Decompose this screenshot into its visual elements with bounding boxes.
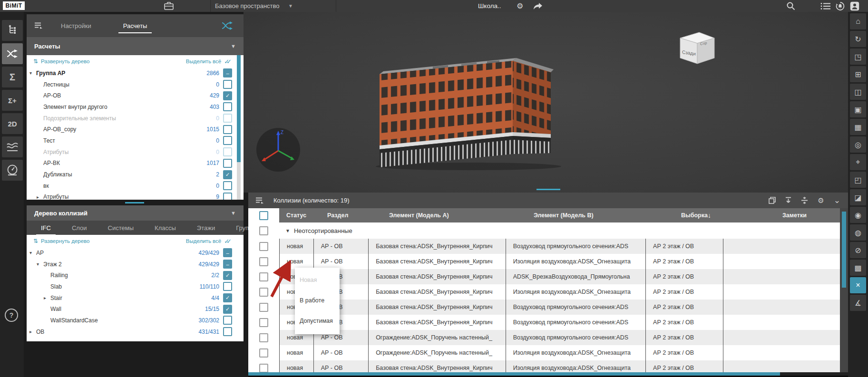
- collision-tree-title-bar[interactable]: Дерево коллизий ▼: [27, 205, 244, 221]
- app-logo[interactable]: BiMiT: [3, 1, 25, 10]
- tree-node-checkbox[interactable]: –: [223, 260, 232, 269]
- axis-gizmo[interactable]: Z: [255, 127, 301, 173]
- column-header-3[interactable]: Элемент (Модель А): [382, 208, 527, 222]
- notification-history-icon[interactable]: [835, 1, 845, 11]
- tree-row[interactable]: Тест0: [27, 135, 244, 146]
- selection-set-icon[interactable]: ◰: [850, 172, 866, 188]
- list-menu-icon[interactable]: [820, 1, 831, 11]
- 3d-viewport[interactable]: Сзади Спр Z: [244, 12, 848, 193]
- focus-icon[interactable]: ◎: [850, 136, 866, 153]
- tree-row[interactable]: вк0: [27, 180, 244, 192]
- collision-run-icon[interactable]: [222, 21, 234, 30]
- duplicate-icon[interactable]: [769, 197, 776, 204]
- tree-node-checkbox[interactable]: [223, 125, 232, 134]
- tab-расчеты[interactable]: Расчеты: [120, 22, 150, 29]
- tree-row[interactable]: ▸Атрибуты9: [27, 192, 244, 200]
- tree-node-checkbox[interactable]: [223, 316, 232, 325]
- tree-caret-icon[interactable]: ▸: [29, 329, 36, 334]
- tab-настройки[interactable]: Настройки: [58, 22, 94, 29]
- group-checkbox[interactable]: [248, 226, 279, 235]
- zoom-window-icon[interactable]: ◳: [850, 48, 866, 65]
- column-header-2[interactable]: Раздел: [320, 208, 382, 222]
- render-mode-icon[interactable]: ◍: [850, 224, 866, 241]
- tree-row[interactable]: ▸Stair4/4✓: [27, 292, 244, 304]
- hatch-view-icon[interactable]: ▩: [850, 260, 866, 276]
- tree-node-checkbox[interactable]: –: [223, 68, 232, 77]
- tree-row[interactable]: WallStandardCase302/302: [27, 315, 244, 326]
- charts-icon[interactable]: [2, 136, 23, 157]
- tree-row[interactable]: АР-ОВ_copy1015: [27, 124, 244, 135]
- expand-tree-button-2[interactable]: ⇅ Развернуть дерево: [33, 238, 90, 244]
- tree-row[interactable]: Элемент внутри другого403: [27, 101, 244, 113]
- group-caret-icon[interactable]: ▼: [285, 228, 290, 233]
- tree-row[interactable]: ▾Группа АР2866–: [27, 68, 244, 79]
- tree-node-checkbox[interactable]: ✓: [223, 271, 232, 280]
- building-model[interactable]: [371, 52, 566, 171]
- model-tree-icon[interactable]: [2, 20, 23, 41]
- tree-node-checkbox[interactable]: ✓: [223, 305, 232, 314]
- calc-tree-scrollbar[interactable]: [237, 55, 241, 200]
- row-checkbox[interactable]: [248, 360, 279, 372]
- expand-tree-button[interactable]: ⇅ Развернуть дерево: [33, 58, 90, 65]
- tree-node-checkbox[interactable]: –: [223, 248, 232, 257]
- group-row[interactable]: ▼ Неотсортированные: [248, 222, 840, 239]
- ctree-tab-классы[interactable]: Классы: [152, 224, 179, 232]
- panel-resize-handle[interactable]: [125, 202, 144, 203]
- collision-row[interactable]: новаяАР - ОВБазовая стена:ADSK_Внутрення…: [248, 239, 840, 254]
- column-header-5[interactable]: Выборка ↓: [674, 208, 759, 222]
- column-header-4[interactable]: Элемент (Модель В): [527, 208, 674, 222]
- column-header-1[interactable]: Статус: [279, 208, 320, 222]
- table-horizontal-scrollbar[interactable]: [248, 372, 848, 376]
- fit-rows-icon[interactable]: [801, 197, 808, 204]
- ctree-tab-системы[interactable]: Системы: [105, 224, 137, 232]
- tree-node-checkbox[interactable]: [223, 136, 232, 145]
- workspace-caret-icon[interactable]: ▼: [288, 0, 293, 12]
- row-checkbox[interactable]: [248, 315, 279, 330]
- measure-icon[interactable]: ∡: [850, 295, 866, 311]
- row-checkbox[interactable]: [248, 254, 279, 269]
- help-button[interactable]: ?: [5, 309, 18, 322]
- tree-row[interactable]: Slab110/110: [27, 281, 244, 292]
- sum-icon[interactable]: Σ: [2, 67, 23, 87]
- collision-check-icon[interactable]: [2, 43, 23, 64]
- panel-collapse-icon[interactable]: [34, 22, 44, 29]
- tree-row[interactable]: Подозрительные элементы0: [27, 113, 244, 124]
- tree-node-checkbox[interactable]: [223, 80, 232, 89]
- tree-caret-icon[interactable]: ▸: [37, 194, 43, 200]
- collision-row[interactable]: новаяАР - ОВБазовая стена:ADSK_Внутрення…: [248, 254, 840, 269]
- tree-row[interactable]: Railing2/2✓: [27, 270, 244, 281]
- collision-row[interactable]: новаяАР - ОВОграждение:ADSK_Поручень нас…: [248, 345, 840, 360]
- context-menu-item[interactable]: Допустимая: [295, 310, 340, 331]
- tree-caret-icon[interactable]: ▸: [44, 295, 50, 300]
- table-settings-icon[interactable]: ⚙: [818, 196, 824, 205]
- tree-row[interactable]: ▸ОВ431/431: [27, 326, 244, 338]
- tree-node-checkbox[interactable]: [223, 327, 232, 336]
- isolate-icon[interactable]: ▣: [850, 101, 866, 117]
- workspace-selector[interactable]: Базовое пространство: [215, 0, 280, 12]
- ctree-tab-слои[interactable]: Слои: [69, 224, 90, 232]
- tree-caret-icon[interactable]: ▾: [29, 70, 36, 76]
- tree-node-checkbox[interactable]: [223, 147, 232, 156]
- project-settings-gear-icon[interactable]: ⚙: [517, 1, 523, 11]
- clear-clip-icon[interactable]: ×: [850, 277, 866, 293]
- ctree-tab-этажи[interactable]: Этажи: [194, 224, 218, 232]
- tree-node-checkbox[interactable]: [223, 193, 232, 200]
- plan-grid-icon[interactable]: ⊞: [850, 66, 866, 82]
- tree-caret-icon[interactable]: ▾: [37, 261, 43, 267]
- sum-plus-icon[interactable]: Σ+: [2, 90, 23, 111]
- hide-element-icon[interactable]: ⊘: [850, 242, 866, 258]
- tree-row[interactable]: Дубликаты2✓: [27, 169, 244, 180]
- orbit-icon[interactable]: ↻: [850, 31, 866, 47]
- tree-row[interactable]: АР-ВК1017: [27, 158, 244, 169]
- navigation-cube[interactable]: Сзади Спр: [676, 27, 717, 68]
- tree-row[interactable]: Атрибуты0: [27, 146, 244, 158]
- pick-center-icon[interactable]: ⌖: [850, 154, 866, 170]
- section-cut-icon[interactable]: ◪: [850, 189, 866, 205]
- tree-node-checkbox[interactable]: [223, 282, 232, 291]
- tree-caret-icon[interactable]: ▾: [29, 250, 36, 255]
- collapse-panel-icon[interactable]: ⌄: [834, 195, 840, 205]
- section-plane-icon[interactable]: ◫: [850, 84, 866, 100]
- tree-row[interactable]: Лестницы0: [27, 79, 244, 90]
- tree-row[interactable]: Wall15/15✓: [27, 303, 244, 315]
- tree-node-checkbox[interactable]: [223, 181, 232, 190]
